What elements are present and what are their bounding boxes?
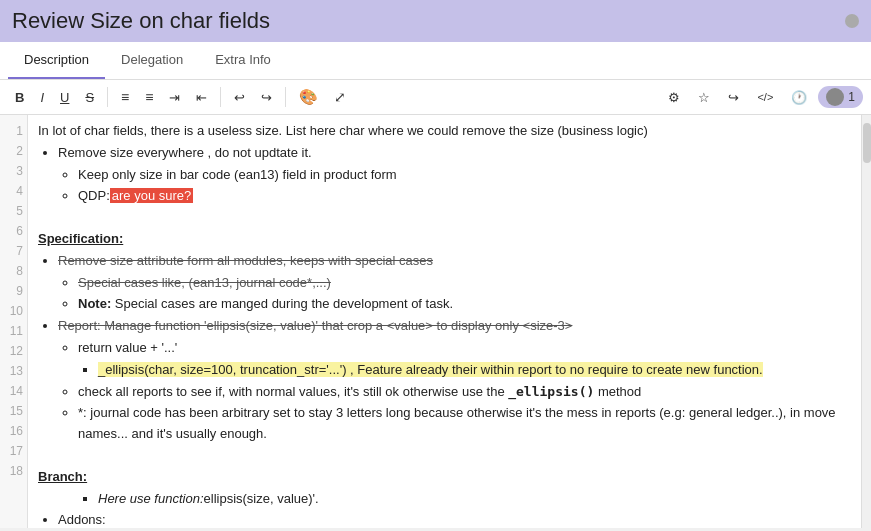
status-dot: [845, 14, 859, 28]
sep1: [107, 87, 108, 107]
tab-description[interactable]: Description: [8, 42, 105, 79]
sep2: [220, 87, 221, 107]
scrollbar-thumb[interactable]: [863, 123, 871, 163]
method-end: method: [594, 384, 641, 399]
title-bar: Review Size on char fields: [0, 0, 871, 42]
spec-list: Remove size attribute form all modules, …: [58, 251, 851, 445]
undo-button[interactable]: ↩: [227, 86, 252, 109]
strike-text: Report: Manage function 'ellipsis(size, …: [58, 318, 572, 333]
star-button[interactable]: ☆: [691, 86, 717, 109]
italic-button[interactable]: I: [33, 86, 51, 109]
branch-nested2: Here use function:ellipsis(size, value)'…: [98, 489, 851, 510]
list-item-highlight: _ellipsis(char, size=100, truncation_str…: [98, 360, 851, 381]
addons-text: Addons:: [58, 512, 106, 527]
redo-button[interactable]: ↪: [254, 86, 279, 109]
list-item-addons: Addons:: [58, 510, 851, 528]
list-item: Report: Manage function 'ellipsis(size, …: [58, 316, 851, 337]
underline-button[interactable]: U: [53, 86, 76, 109]
line-16-branch: Branch:: [38, 467, 851, 488]
toolbar: B I U S ≡ ≡ ⇥ ⇤ ↩ ↪ 🎨 ⤢ ⚙ ☆ ↪ </> 🕐 1: [0, 80, 871, 115]
return-text: return value + '...': [78, 340, 177, 355]
outdent-button[interactable]: ⇤: [189, 86, 214, 109]
line-1: In lot of char fields, there is a useles…: [38, 121, 851, 142]
line-6-spec: Specification:: [38, 229, 851, 250]
list-item-journal: *: journal code has been arbitrary set t…: [78, 403, 851, 445]
line-5: [38, 208, 851, 229]
list-item: Remove size everywhere , do not updtate …: [58, 143, 851, 164]
ol-button[interactable]: ≡: [114, 85, 136, 109]
italic-text: Here use function:: [98, 491, 204, 506]
branch-header: Branch:: [38, 469, 87, 484]
list-nested: Keep only size in bar code (ean13) field…: [78, 165, 851, 208]
user-count: 1: [848, 90, 855, 104]
line-numbers: 1 2 3 4 5 6 7 8 9 10 11 12 13 14 15 16 1…: [0, 115, 28, 528]
fullscreen-button[interactable]: ⤢: [327, 85, 353, 109]
list-item: return value + '...': [78, 338, 851, 359]
code-button[interactable]: </>: [750, 87, 780, 107]
ellipsis-method: _ellipsis(): [508, 384, 594, 399]
editor-content[interactable]: In lot of char fields, there is a useles…: [28, 115, 861, 528]
list-item-italic: Here use function:ellipsis(size, value)'…: [98, 489, 851, 510]
note-text: Special cases are manged during the deve…: [111, 296, 453, 311]
bold-button[interactable]: B: [8, 86, 31, 109]
ellipsis-nested: _ellipsis(char, size=100, truncation_str…: [98, 360, 851, 381]
line-15: [38, 446, 851, 467]
ul-button[interactable]: ≡: [138, 85, 160, 109]
list-item-note: Note: Special cases are manged during th…: [78, 294, 851, 315]
clock-button[interactable]: 🕐: [784, 86, 814, 109]
palette-button[interactable]: 🎨: [292, 84, 325, 110]
tabs-bar: Description Delegation Extra Info: [0, 42, 871, 80]
list-item-check: check all reports to see if, with normal…: [78, 382, 851, 403]
spec-header: Specification:: [38, 231, 123, 246]
tab-extra-info[interactable]: Extra Info: [199, 42, 287, 79]
user-icon: [826, 88, 844, 106]
list-item: Keep only size in bar code (ean13) field…: [78, 165, 851, 186]
strikethrough-button[interactable]: S: [78, 86, 101, 109]
list-item-qdp: QDP:are you sure?: [78, 186, 851, 207]
journal-text: *: journal code has been arbitrary set t…: [78, 405, 836, 441]
branch-nested: Here use function:ellipsis(size, value)'…: [78, 489, 851, 510]
list-item: Special cases like, (ean13, journal code…: [78, 273, 851, 294]
list-item: Remove size attribute form all modules, …: [58, 251, 851, 272]
gear-button[interactable]: ⚙: [661, 86, 687, 109]
indent-button[interactable]: ⇥: [162, 86, 187, 109]
strike-text: Special cases like, (ean13, journal code…: [78, 275, 331, 290]
highlight-text: _ellipsis(char, size=100, truncation_str…: [98, 362, 763, 377]
share-button[interactable]: ↪: [721, 86, 746, 109]
qdp-text: QDP:: [78, 188, 110, 203]
editor-area: 1 2 3 4 5 6 7 8 9 10 11 12 13 14 15 16 1…: [0, 115, 871, 528]
toolbar-right: ⚙ ☆ ↪ </> 🕐 1: [661, 86, 863, 109]
branch-list: Here use function:ellipsis(size, value)'…: [58, 489, 851, 528]
qdp-highlight: are you sure?: [110, 188, 194, 203]
scrollbar[interactable]: [861, 115, 871, 528]
note-label: Note:: [78, 296, 111, 311]
strike-text: Remove size attribute form all modules, …: [58, 253, 433, 268]
report-nested: return value + '...' _ellipsis(char, siz…: [78, 338, 851, 445]
list-top: Remove size everywhere , do not updtate …: [58, 143, 851, 207]
spec-nested: Special cases like, (ean13, journal code…: [78, 273, 851, 316]
user-badge[interactable]: 1: [818, 86, 863, 108]
sep3: [285, 87, 286, 107]
tab-delegation[interactable]: Delegation: [105, 42, 199, 79]
ellipsis-end: ellipsis(size, value)'.: [204, 491, 319, 506]
check-text: check all reports to see if, with normal…: [78, 384, 508, 399]
page-title: Review Size on char fields: [12, 8, 270, 34]
